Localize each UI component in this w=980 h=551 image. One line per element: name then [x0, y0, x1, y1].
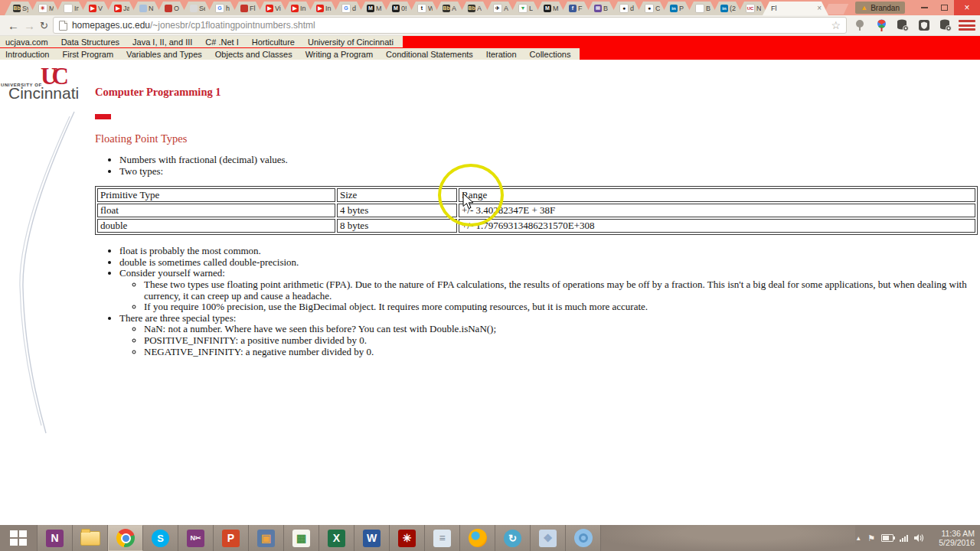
- site-nav-link[interactable]: First Program: [62, 50, 113, 59]
- site-nav-link[interactable]: Data Structures: [61, 37, 119, 47]
- tab-title: d: [352, 5, 356, 12]
- address-bar[interactable]: homepages.uc.edu/~jonesbr/cp1floatingpoi…: [53, 17, 847, 34]
- powerpoint-taskbar-button[interactable]: P: [214, 525, 249, 551]
- browser-tab[interactable]: N: [131, 2, 162, 15]
- network-signal-icon[interactable]: [900, 535, 908, 542]
- browser-tab[interactable]: BbA: [434, 2, 465, 15]
- database2-extension-icon[interactable]: [937, 17, 954, 34]
- note-sub-bullet: NEGATIVE_INFINITY: a negative number div…: [144, 347, 978, 358]
- browser-tab[interactable]: fF: [560, 2, 591, 15]
- tray-expand-icon[interactable]: ▲: [855, 535, 861, 542]
- word-taskbar-button[interactable]: W: [354, 525, 390, 551]
- browser-tab[interactable]: ▶Ja: [106, 2, 136, 15]
- onenote-taskbar-button[interactable]: N: [38, 525, 73, 551]
- browser-tab[interactable]: tW: [409, 2, 439, 15]
- tab-title: Se: [199, 5, 205, 12]
- site-nav-link[interactable]: Variables and Types: [126, 50, 202, 59]
- sync-taskbar-button[interactable]: ↻: [495, 525, 531, 551]
- uc-monogram-icon: UC: [746, 4, 755, 13]
- tab-title: P: [679, 5, 684, 12]
- clock-date: 5/29/2016: [930, 538, 975, 547]
- volume-icon[interactable]: [914, 533, 924, 543]
- powerpoint-icon: P: [222, 530, 240, 547]
- excel-taskbar-button[interactable]: X: [319, 525, 354, 551]
- browser-tab[interactable]: MM: [535, 2, 566, 15]
- balloon-extension-icon[interactable]: [851, 17, 868, 34]
- vmware-taskbar-button[interactable]: ▣: [249, 525, 284, 551]
- youtube-icon: ▶: [114, 5, 122, 12]
- chrome-taskbar-button[interactable]: [108, 525, 143, 551]
- site-nav-link[interactable]: Iteration: [486, 50, 517, 59]
- browser-tab-active[interactable]: Fl×: [763, 2, 828, 15]
- taskbar-clock[interactable]: 11:36 AM 5/29/2016: [930, 529, 975, 547]
- map-pin-extension-icon[interactable]: [873, 17, 890, 34]
- browser-tab[interactable]: ✈A: [485, 2, 515, 15]
- pinwheel-icon: ✳: [38, 4, 47, 13]
- browser-tab[interactable]: O: [156, 2, 187, 15]
- browser-tab[interactable]: ✉B: [586, 2, 616, 15]
- profile-button[interactable]: ▲ Brandan: [855, 2, 905, 14]
- onenote-clipper-taskbar-button[interactable]: N✂: [178, 525, 214, 551]
- site-nav-link[interactable]: Writing a Program: [305, 50, 373, 59]
- skype-taskbar-button[interactable]: S: [143, 525, 178, 551]
- table-header-cell: Primitive Type: [97, 188, 335, 202]
- forward-button[interactable]: →: [24, 20, 35, 31]
- site-nav-link[interactable]: Horticulture: [252, 37, 295, 47]
- browser-tab[interactable]: MM: [358, 2, 389, 15]
- start-button[interactable]: [0, 525, 38, 551]
- browser-tab[interactable]: ●C: [636, 2, 667, 15]
- browser-tab[interactable]: B: [687, 2, 717, 15]
- tab-title: d: [630, 5, 634, 12]
- notepad-taskbar-button[interactable]: ≡: [425, 525, 460, 551]
- site-nav-link[interactable]: C# .Net I: [205, 37, 238, 47]
- action-center-flag-icon[interactable]: ⚑: [867, 534, 875, 543]
- tab-title: In: [300, 5, 306, 12]
- tab-close-icon[interactable]: ×: [817, 5, 822, 12]
- site-nav-link[interactable]: Introduction: [5, 50, 49, 59]
- reload-button[interactable]: ↻: [40, 20, 48, 31]
- browser-tab[interactable]: inP: [662, 2, 692, 15]
- planner-taskbar-button[interactable]: ▦: [284, 525, 319, 551]
- browser-tab[interactable]: ▶In: [283, 2, 313, 15]
- uc-logo[interactable]: UC UNIVERSITY OF Cincinnati: [0, 64, 100, 110]
- note-bullet: There are three special types:NaN: not a…: [119, 313, 978, 357]
- site-nav-link[interactable]: Java I, II, and III: [132, 37, 192, 47]
- browser-tab[interactable]: ▶V: [80, 2, 111, 15]
- browser-tab[interactable]: M0!: [384, 2, 414, 15]
- browser-tab[interactable]: BbA: [459, 2, 490, 15]
- browser-tab[interactable]: Gd: [333, 2, 364, 15]
- site-nav-link[interactable]: ucjava.com: [5, 37, 48, 47]
- browser-tab[interactable]: ✳M: [30, 2, 60, 15]
- database-extension-icon[interactable]: [894, 17, 911, 34]
- site-nav-link[interactable]: Collections: [530, 50, 571, 59]
- browser-tab[interactable]: ●d: [611, 2, 642, 15]
- browser-tab[interactable]: ▶In: [308, 2, 338, 15]
- restore-button[interactable]: [934, 0, 954, 15]
- firefox-taskbar-button[interactable]: [460, 525, 495, 551]
- recorder-taskbar-button[interactable]: [566, 525, 601, 551]
- shield-extension-icon[interactable]: [916, 17, 933, 34]
- browser-tab[interactable]: Se: [181, 2, 212, 15]
- chrome-menu-icon[interactable]: [959, 17, 975, 34]
- acrobat-taskbar-button[interactable]: ✳: [390, 525, 425, 551]
- close-button[interactable]: ×: [954, 0, 980, 15]
- site-nav-link[interactable]: University of Cincinnati: [308, 37, 394, 47]
- browser-tab[interactable]: UCN: [737, 2, 768, 15]
- browser-tab[interactable]: ▼L: [510, 2, 541, 15]
- file-explorer-taskbar-button[interactable]: [73, 525, 108, 551]
- cube3d-taskbar-button[interactable]: ❖: [531, 525, 566, 551]
- battery-icon[interactable]: [881, 534, 893, 542]
- browser-tab[interactable]: In: [55, 2, 86, 15]
- site-nav-link[interactable]: Objects and Classes: [215, 50, 292, 59]
- bookmark-star-icon[interactable]: ☆: [831, 20, 841, 31]
- url-host: homepages.uc.edu: [72, 20, 150, 31]
- browser-tab[interactable]: BbSy: [5, 2, 35, 15]
- back-button[interactable]: ←: [8, 20, 19, 31]
- browser-tab[interactable]: Fl: [232, 2, 263, 15]
- browser-tab[interactable]: in(2: [712, 2, 743, 15]
- minimize-button[interactable]: [914, 0, 934, 15]
- site-nav-link[interactable]: Conditional Statements: [386, 50, 473, 59]
- new-tab-button[interactable]: [824, 4, 849, 15]
- browser-tab[interactable]: Gh: [207, 2, 237, 15]
- browser-tab[interactable]: ▶Vi: [257, 2, 288, 15]
